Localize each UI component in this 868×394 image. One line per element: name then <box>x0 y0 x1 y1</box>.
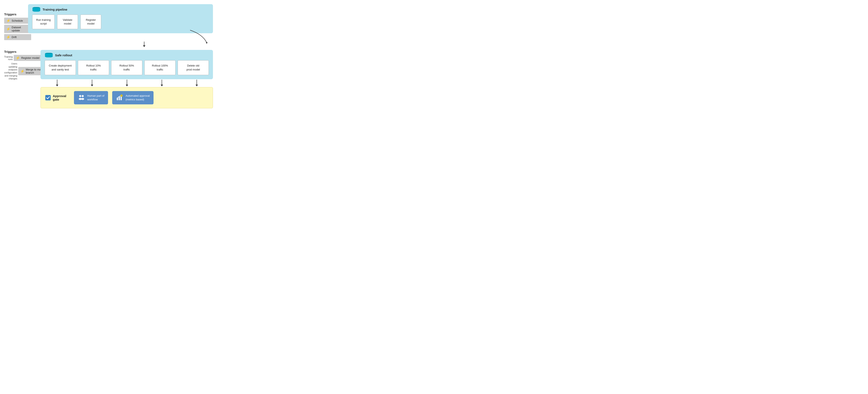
approval-gate-text: Approvalgate <box>53 94 66 101</box>
rollout-section: Triggers Training runs ⚡ Register model … <box>4 50 213 108</box>
pipeline-box-validate-label: Validatemodel <box>63 18 72 25</box>
pipeline-box-run-training: Run trainingscript <box>32 15 55 29</box>
rollout-box-10pct-label: Rollout 10%traffic <box>86 64 101 71</box>
rollout-trigger-register-row: Training runs ⚡ Register model <box>4 55 39 61</box>
rollout-box-create-deployment: Create deploymentand sanity test <box>45 60 76 75</box>
rollout-header: Safe rollout <box>45 53 209 57</box>
svg-rect-12 <box>117 98 118 100</box>
diagram: Triggers ⚡ Schedule ⚡ Dataset update ⚡ D… <box>4 4 213 108</box>
pipeline-box-register-model-training: Registermodel <box>81 15 101 29</box>
lightning-icon-register: ⚡ <box>16 56 20 60</box>
trigger-register-model: ⚡ Register model <box>14 55 41 61</box>
training-section: Triggers ⚡ Schedule ⚡ Dataset update ⚡ D… <box>4 4 213 33</box>
arrow-down-3 <box>110 80 143 87</box>
rollout-trigger-merge-row: Users updatingendpoint configurationand … <box>4 62 39 80</box>
rollout-box-delete-old: Delete oldprod model <box>178 60 209 75</box>
arrow-down-2 <box>75 80 108 87</box>
lightning-icon-drift: ⚡ <box>6 35 10 39</box>
svg-point-9 <box>79 98 82 100</box>
people-icon <box>78 94 85 102</box>
rollout-trigger-merge-desc: Users updatingendpoint configurationand … <box>4 62 17 80</box>
rollout-trigger-register-desc: Training runs <box>4 56 13 60</box>
rollout-box-50pct-label: Rollout 50%traffic <box>120 64 134 71</box>
rollout-triggers-title: Triggers <box>4 50 17 53</box>
human-workflow-text: Human part ofworkflow <box>87 94 104 102</box>
arrow-down-1 <box>40 80 73 87</box>
rollout-box-100pct: Rollout 100%traffic <box>145 60 176 75</box>
approval-gate-label-area: Approvalgate <box>45 94 70 101</box>
training-pipeline-area: Training pipeline Run trainingscript Val… <box>28 4 213 33</box>
trigger-schedule: ⚡ Schedule <box>4 18 31 24</box>
human-workflow-box: Human part ofworkflow <box>74 91 108 104</box>
lightning-icon-schedule: ⚡ <box>6 19 10 23</box>
automated-approval-text: Automated approval(metrics based) <box>125 94 150 102</box>
pipeline-box-validate-model: Validatemodel <box>57 15 78 29</box>
svg-point-10 <box>82 95 84 97</box>
automated-approval-icon <box>116 94 123 102</box>
approval-section: Approvalgate Human part ofworkflow <box>40 87 213 108</box>
vertical-arrow-connector <box>75 41 213 48</box>
rollout-box-create-label: Create deploymentand sanity test <box>49 64 72 71</box>
pipeline-box-run-training-label: Run trainingscript <box>36 18 51 25</box>
arrow-down-5 <box>180 80 213 87</box>
trigger-drift-label: Drift <box>12 35 17 39</box>
training-pipeline-header: Training pipeline <box>32 7 209 12</box>
svg-point-16 <box>121 95 122 96</box>
lightning-icon-merge: ⚡ <box>20 69 25 73</box>
svg-point-11 <box>81 98 84 100</box>
rollout-box-delete-label: Delete oldprod model <box>186 64 200 71</box>
trigger-drift: ⚡ Drift <box>4 34 31 40</box>
svg-point-6 <box>45 56 53 57</box>
trigger-register-label: Register model <box>21 56 39 59</box>
training-pipeline-boxes: Run trainingscript Validatemodel Registe… <box>32 15 209 29</box>
svg-rect-13 <box>119 96 120 100</box>
rollout-triggers-container: Training runs ⚡ Register model Users upd… <box>4 55 39 80</box>
trigger-schedule-label: Schedule <box>12 19 23 22</box>
rollout-boxes: Create deploymentand sanity test Rollout… <box>45 60 209 75</box>
trigger-dataset-label: Dataset update <box>12 26 29 32</box>
svg-point-8 <box>79 95 81 97</box>
svg-point-2 <box>33 10 40 12</box>
cylinder-icon-training <box>32 7 40 12</box>
rollout-arrows-row <box>40 80 213 87</box>
lightning-icon-dataset: ⚡ <box>6 27 10 31</box>
cylinder-icon-rollout <box>45 53 53 57</box>
rollout-box-50pct: Rollout 50%traffic <box>111 60 142 75</box>
rollout-title: Safe rollout <box>55 53 72 57</box>
rollout-box-10pct: Rollout 10%traffic <box>78 60 109 75</box>
training-triggers: Triggers ⚡ Schedule ⚡ Dataset update ⚡ D… <box>4 12 31 41</box>
trigger-dataset-update: ⚡ Dataset update <box>4 25 31 33</box>
svg-rect-7 <box>45 95 51 101</box>
rollout-area: Safe rollout Create deploymentand sanity… <box>40 50 213 79</box>
training-pipeline-title: Training pipeline <box>42 8 67 11</box>
automated-approval-box: Automated approval(metrics based) <box>112 91 153 104</box>
approval-gate-icon <box>45 94 51 101</box>
rollout-box-100pct-label: Rollout 100%traffic <box>152 64 168 71</box>
pipeline-box-register-label: Registermodel <box>86 18 96 25</box>
arrow-down-4 <box>145 80 178 87</box>
training-triggers-title: Triggers <box>4 12 31 16</box>
